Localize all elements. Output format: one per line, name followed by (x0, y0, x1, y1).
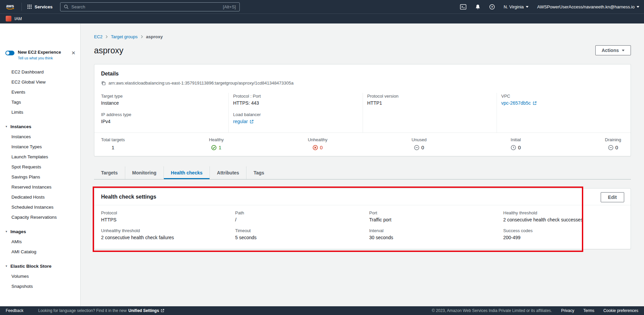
field-label: Protocol : Port (233, 94, 358, 99)
section-caret-icon: ▼ (5, 265, 8, 268)
tab-health-checks[interactable]: Health checks (164, 166, 210, 179)
field-label: Port (369, 210, 497, 215)
field-label: Interval (369, 228, 497, 233)
health-field-port: PortTraffic port (363, 210, 497, 222)
stat-value: 0 (308, 145, 328, 150)
sidebar-item-ami-catalog[interactable]: AMI Catalog (0, 247, 80, 257)
field-value: / (235, 217, 362, 222)
breadcrumb: EC2Target groupsasproxy (94, 34, 631, 39)
unified-settings-link[interactable]: Unified Settings (128, 308, 164, 313)
field-label: Unhealthy threshold (101, 228, 228, 233)
stat-initial: Initial0 (511, 137, 521, 150)
arn-row: arn:aws:elasticloadbalancing:us-east-1:3… (101, 81, 623, 86)
edit-button[interactable]: Edit (601, 192, 624, 202)
experience-title: New EC2 Experience (18, 50, 68, 55)
copy-arn-button[interactable] (101, 81, 106, 86)
sidebar-item-volumes[interactable]: Volumes (0, 271, 80, 281)
experience-feedback-link[interactable]: Tell us what you think (18, 56, 68, 60)
sidebar-item-instance-types[interactable]: Instance Types (0, 142, 80, 152)
stat-number: 1 (111, 145, 114, 150)
sidebar-section-images[interactable]: ▼Images (0, 227, 80, 237)
breadcrumb-chevron-icon (141, 35, 143, 39)
region-selector[interactable]: N. Virginia (504, 4, 528, 9)
account-menu[interactable]: AWSPowerUserAccess/navaneeth.kn@harness.… (537, 4, 639, 9)
stat-value: 1 (101, 145, 125, 150)
health-check-settings-panel: Health check settings Edit ProtocolHTTPS… (94, 188, 631, 249)
favorite-iam-link[interactable]: IAM (14, 16, 22, 21)
actions-button[interactable]: Actions (595, 45, 631, 55)
services-menu-button[interactable]: Services (25, 3, 55, 11)
external-link-icon (249, 119, 254, 124)
sidebar-item-ec2-dashboard[interactable]: EC2 Dashboard (0, 67, 80, 77)
iam-service-icon (6, 16, 11, 21)
tab-targets[interactable]: Targets (94, 166, 125, 179)
health-field-unhealthy-threshold: Unhealthy threshold2 consecutive health … (94, 228, 228, 240)
cookie-preferences-link[interactable]: Cookie preferences (603, 308, 638, 313)
field-label: Target type (101, 94, 224, 99)
sidebar-item-snapshots[interactable]: Snapshots (0, 281, 80, 291)
detail-field-target-type: Target typeInstance (101, 94, 224, 106)
sidebar-section-elastic-block-store[interactable]: ▼Elastic Block Store (0, 261, 80, 271)
link-vpc-2657db5c[interactable]: vpc-2657db5c (501, 100, 626, 106)
field-label: Path (235, 210, 362, 215)
sidebar-item-dedicated-hosts[interactable]: Dedicated Hosts (0, 192, 80, 202)
page-title: asproxy (94, 46, 124, 55)
sidebar-item-launch-templates[interactable]: Launch Templates (0, 152, 80, 162)
sidebar-item-limits[interactable]: Limits (0, 107, 80, 117)
sidebar: New EC2 Experience Tell us what you thin… (0, 23, 81, 306)
sidebar-section-instances[interactable]: ▼Instances (0, 122, 80, 132)
section-caret-icon: ▼ (5, 125, 8, 128)
details-columns: Target typeInstanceIP address typeIPv4Pr… (94, 93, 631, 133)
details-column: Target typeInstanceIP address typeIPv4 (94, 93, 228, 133)
field-value: Instance (101, 100, 224, 106)
section-label: Instances (10, 124, 31, 129)
toggle-knob (6, 51, 9, 55)
sidebar-item-tags[interactable]: Tags (0, 97, 80, 107)
sidebar-item-ec2-global-view[interactable]: EC2 Global View (0, 77, 80, 87)
health-check-section: Health check settings Edit ProtocolHTTPS… (94, 188, 631, 249)
sidebar-item-scheduled-instances[interactable]: Scheduled Instances (0, 202, 80, 212)
tab-monitoring[interactable]: Monitoring (125, 166, 164, 179)
feedback-link[interactable]: Feedback (6, 308, 24, 313)
region-label: N. Virginia (504, 4, 524, 9)
detail-field-ip-address-type: IP address typeIPv4 (101, 112, 224, 124)
breadcrumb-ec2[interactable]: EC2 (94, 34, 102, 39)
actions-label: Actions (602, 48, 619, 53)
language-hint: Looking for language selection? Find it … (38, 308, 165, 313)
sidebar-item-events[interactable]: Events (0, 87, 80, 97)
health-settings-grid: ProtocolHTTPSPath/PortTraffic portHealth… (94, 205, 631, 249)
sidebar-item-savings-plans[interactable]: Savings Plans (0, 172, 80, 182)
cloudshell-icon[interactable] (460, 4, 466, 10)
account-label: AWSPowerUserAccess/navaneeth.kn@harness.… (537, 4, 635, 9)
field-value: HTTPS: 443 (233, 100, 358, 106)
sidebar-nav: EC2 DashboardEC2 Global ViewEventsTagsLi… (0, 67, 80, 291)
nav-divider (21, 3, 22, 11)
detail-field-protocol-version: Protocol versionHTTP1 (367, 94, 492, 106)
breadcrumb-target-groups[interactable]: Target groups (111, 34, 138, 39)
minus-circle-icon (414, 145, 419, 150)
terms-link[interactable]: Terms (583, 308, 594, 313)
sidebar-item-instances[interactable]: Instances (0, 132, 80, 142)
notifications-bell-icon[interactable] (475, 4, 480, 10)
sidebar-item-reserved-instances[interactable]: Reserved Instances (0, 182, 80, 192)
experience-toggle[interactable] (5, 51, 14, 55)
search-placeholder: Search (72, 4, 85, 9)
close-icon[interactable]: ✕ (71, 50, 76, 55)
sidebar-item-capacity-reservations[interactable]: Capacity Reservations (0, 212, 80, 222)
aws-logo[interactable]: aws (5, 3, 15, 10)
stat-value: 0 (412, 145, 427, 150)
sidebar-item-spot-requests[interactable]: Spot Requests (0, 162, 80, 172)
arn-value: arn:aws:elasticloadbalancing:us-east-1:3… (108, 81, 293, 86)
help-icon[interactable]: ? (489, 4, 495, 10)
stat-number: 1 (219, 145, 221, 150)
tab-tags[interactable]: Tags (246, 166, 271, 179)
services-grid-icon (27, 4, 32, 9)
tab-attributes[interactable]: Attributes (210, 166, 246, 179)
svg-text:?: ? (491, 5, 493, 8)
stat-number: 0 (518, 145, 521, 150)
privacy-link[interactable]: Privacy (561, 308, 574, 313)
body-row: New EC2 Experience Tell us what you thin… (0, 23, 644, 306)
search-input[interactable]: Search [Alt+S] (60, 2, 240, 11)
link-regular[interactable]: regular (233, 119, 358, 124)
sidebar-item-amis[interactable]: AMIs (0, 237, 80, 247)
